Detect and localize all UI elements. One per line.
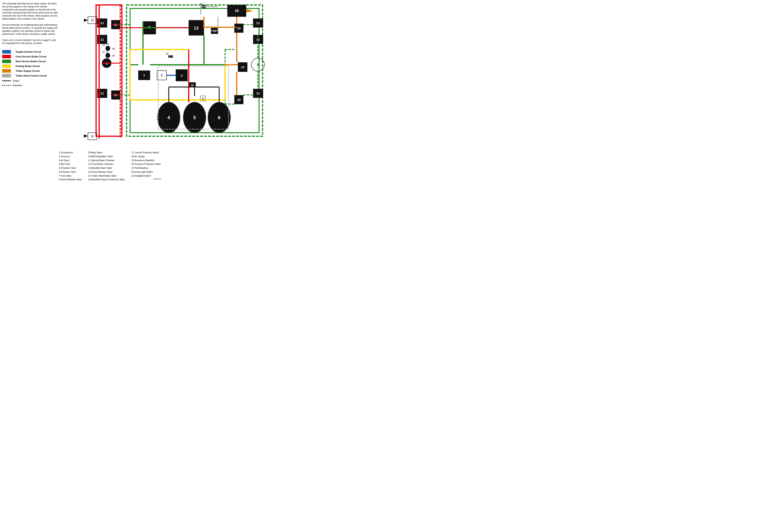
svg-rect-72 — [168, 55, 173, 58]
part-1: 1 Compressor — [59, 151, 81, 155]
supply-line-label: Supply — [13, 80, 19, 82]
part-11: 11 Spring Brake Chamber — [88, 159, 125, 162]
legend-label-parking: Parking Brake Circuit — [16, 65, 40, 67]
svg-text:12: 12 — [91, 135, 94, 138]
part-15: 15 Trailer Hand Brake Valve — [88, 174, 125, 178]
top-section: This schematic describes the air brake s… — [2, 2, 272, 148]
legend-item-parking: - Parking Brake Circuit — [2, 64, 59, 68]
legend-dash-rear: - — [13, 60, 13, 63]
parts-list: 1 Compressor 2 Governor 3 Air Dryer 4 We… — [59, 151, 161, 181]
legend-label-supply: Supply System Circuit — [16, 50, 41, 53]
description-3: Colors are to current standard ( see lis… — [2, 39, 59, 45]
svg-text:+: + — [205, 131, 207, 135]
svg-text:17: 17 — [102, 51, 105, 53]
legend-item-supply: - Supply System Circuit — [2, 50, 59, 53]
legend-item-front: - Front Service Brake Circuit — [2, 55, 59, 58]
legend-color-parking — [2, 64, 11, 68]
part-22: 22 Stoplight Switch — [132, 174, 161, 178]
dashed-line — [2, 85, 11, 86]
solid-line — [2, 80, 11, 81]
operation-line-label: Operation — [13, 84, 22, 86]
svg-text:17: 17 — [106, 49, 109, 52]
svg-text:11: 11 — [100, 38, 104, 41]
line-legend-supply: Supply — [2, 80, 59, 82]
legend-color-front — [2, 55, 11, 58]
legend-color-trailer-supply — [2, 69, 11, 73]
svg-text:11: 11 — [256, 21, 260, 25]
part-3: 3 Air Dryer — [59, 159, 81, 162]
svg-text:4: 4 — [168, 115, 170, 120]
svg-text:12: 12 — [91, 19, 94, 22]
parts-column-2: 9 Relay Valve 10 ABS Modulator Valve 11 … — [88, 151, 125, 181]
svg-text:19: 19 — [191, 84, 194, 87]
part-6: 6 A System Tank — [59, 170, 81, 174]
legend-color-rear — [2, 60, 11, 63]
svg-text:11: 11 — [100, 21, 104, 25]
svg-text:6: 6 — [218, 115, 221, 120]
svg-text:21: 21 — [166, 52, 169, 55]
legend-dash-trailer-hand: - — [13, 74, 13, 77]
legend-color-trailer-hand — [2, 74, 11, 77]
part-20: 20 Pressure Protection Valve — [132, 163, 161, 166]
legend-dash-supply: - — [13, 50, 13, 53]
svg-text:2: 2 — [161, 73, 163, 77]
legend-label-trailer-hand: Trailer Hand Control Circuit — [16, 74, 47, 77]
part-5: 5 B System Tank — [59, 167, 81, 170]
svg-text:13: 13 — [194, 26, 199, 30]
part-4: 4 Wet Tank — [59, 163, 81, 166]
part-13: 13 Manifold Dash Valve — [88, 167, 125, 170]
part-17: 17 Low Air Pressure Switch — [132, 151, 161, 155]
part-16: 16 Manifold Tractor Protection Valve — [88, 178, 125, 181]
legend-section: - Supply System Circuit - Front Service … — [2, 50, 59, 86]
legend-item-rear: - Rear Service Brake Circuit — [2, 60, 59, 63]
description-2: Use the schematic for troubleshooting an… — [2, 23, 59, 36]
svg-text:5: 5 — [193, 115, 196, 120]
legend-label-front: Front Service Brake Circuit — [16, 55, 46, 58]
svg-point-66 — [106, 53, 110, 58]
legend-item-trailer-supply: - Trailer Supply Circuit — [2, 69, 59, 73]
svg-text:9: 9 — [257, 63, 259, 67]
svg-text:17: 17 — [106, 42, 109, 45]
legend-dash-trailer-supply: - — [13, 70, 13, 72]
part-14: 14 Quick Release Valve — [88, 170, 125, 174]
part-18: 18 Air Gauge — [132, 155, 161, 158]
legend-dash-front: - — [13, 55, 13, 58]
svg-text:10: 10 — [237, 26, 241, 30]
part-2: 2 Governor — [59, 155, 81, 158]
part-10: 10 ABS Modulator Valve — [88, 155, 125, 158]
part-21b: Running Light Switch — [132, 170, 161, 174]
svg-text:+: + — [229, 131, 231, 135]
left-panel: This schematic describes the air brake s… — [2, 2, 59, 148]
diagram-area: 4 5 6 + + 1 2 3 — [61, 2, 272, 148]
svg-text:10: 10 — [237, 98, 241, 101]
legend-color-supply — [2, 50, 11, 53]
part-12: 12 Front Brake Chamber — [88, 163, 125, 166]
svg-text:11: 11 — [256, 91, 260, 95]
schematic-svg: 4 5 6 + + 1 2 3 — [61, 2, 272, 148]
bottom-section: 1 Compressor 2 Governor 3 Air Dryer 4 We… — [2, 151, 272, 181]
svg-text:3: 3 — [181, 74, 183, 77]
parts-column-3: 17 Low Air Pressure Switch 18 Air Gauge … — [132, 151, 161, 181]
svg-text:17: 17 — [102, 44, 105, 46]
part-7: 7 Foot Valve — [59, 174, 81, 178]
line-legend-operation: Operation — [2, 84, 59, 86]
svg-text:14: 14 — [241, 65, 244, 69]
description-1: This schematic describes the air brake s… — [2, 2, 59, 20]
svg-text:1: 1 — [143, 73, 145, 77]
parts-column-1: 1 Compressor 2 Governor 3 Air Dryer 4 We… — [59, 151, 81, 181]
part-19: 19 Accessory Manifold — [132, 159, 161, 162]
legend-label-trailer-supply: Trailer Supply Circuit — [16, 70, 40, 72]
svg-text:22: 22 — [200, 3, 203, 5]
svg-text:16: 16 — [235, 8, 239, 13]
svg-text:18: 18 — [112, 54, 115, 57]
page-container: This schematic describes the air brake s… — [2, 2, 272, 181]
legend-dash-parking: - — [13, 65, 13, 67]
part-21: 21 Park/Daytime — [132, 167, 161, 170]
part-9: 9 Relay Valve — [88, 151, 125, 155]
legend-item-trailer-hand: - Trailer Hand Control Circuit — [2, 74, 59, 77]
part-8: 8 Quick Release Valve — [59, 178, 81, 181]
svg-text:18: 18 — [112, 47, 115, 50]
svg-text:11: 11 — [100, 91, 104, 95]
version-tag: V560228 — [153, 178, 161, 180]
legend-label-rear: Rear Service Brake Circuit — [16, 60, 46, 63]
